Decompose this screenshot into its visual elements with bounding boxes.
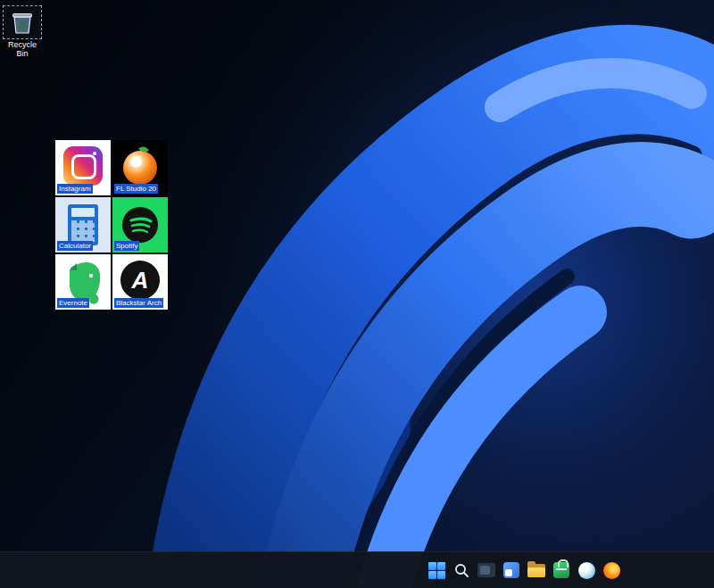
spotify-icon xyxy=(122,207,158,243)
taskbar-icon-row xyxy=(425,552,623,588)
task-view-icon[interactable] xyxy=(475,559,498,582)
start-button[interactable] xyxy=(425,559,448,582)
shortcut-blackstar[interactable]: A Blackstar Arch xyxy=(112,254,168,310)
file-explorer-icon[interactable] xyxy=(525,559,548,582)
store-icon[interactable] xyxy=(550,559,573,582)
shortcut-spotify[interactable]: Spotify xyxy=(112,197,168,253)
svg-text:♻: ♻ xyxy=(18,21,27,32)
shortcut-fl-studio[interactable]: FL Studio 20 xyxy=(112,140,168,195)
shortcut-label: Calculator xyxy=(57,241,93,251)
edge-icon[interactable] xyxy=(575,559,598,582)
shortcut-calculator[interactable]: Calculator xyxy=(55,197,111,253)
shortcut-instagram[interactable]: Instagram xyxy=(55,140,111,195)
desktop-shortcut-grid: Instagram FL Studio 20 Calculator Spot xyxy=(55,140,168,310)
shortcut-evernote[interactable]: Evernote xyxy=(55,254,111,310)
taskbar xyxy=(0,551,714,588)
blackstar-icon: A xyxy=(120,261,160,300)
shortcut-label: Evernote xyxy=(57,298,89,308)
shortcut-label: Instagram xyxy=(57,184,93,194)
firefox-icon[interactable] xyxy=(600,559,623,582)
calculator-icon xyxy=(68,204,98,245)
recycle-bin-label: Recycle Bin xyxy=(2,40,43,58)
shortcut-label: Blackstar Arch xyxy=(114,298,163,308)
shortcut-label: FL Studio 20 xyxy=(114,184,158,194)
search-icon[interactable] xyxy=(450,559,473,582)
recycle-bin-icon: ♻ xyxy=(11,10,34,35)
desktop-wallpaper: ♻ Recycle Bin Instagram FL Studio 20 Cal… xyxy=(0,0,714,588)
selection-marquee: ♻ xyxy=(3,5,42,39)
fl-studio-icon xyxy=(123,151,157,185)
windows-logo-icon xyxy=(428,562,445,579)
instagram-icon xyxy=(63,146,103,186)
shortcut-label: Spotify xyxy=(114,241,139,251)
recycle-bin-shortcut[interactable]: ♻ Recycle Bin xyxy=(2,5,43,58)
widgets-icon[interactable] xyxy=(500,559,523,582)
